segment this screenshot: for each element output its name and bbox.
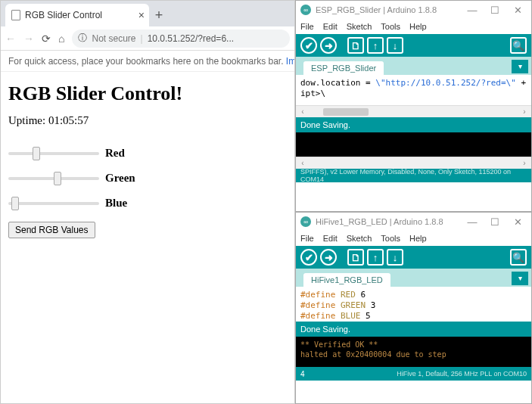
close-tab-icon[interactable]: × bbox=[138, 9, 145, 21]
code-editor[interactable]: dow.location = \"http://10.0.51.252/?red… bbox=[296, 75, 531, 105]
scroll-right-icon[interactable]: › bbox=[519, 107, 530, 116]
board-info: HiFive 1, Default, 256 MHz PLL on COM10 bbox=[397, 370, 527, 378]
new-icon[interactable]: 🗋 bbox=[347, 37, 364, 54]
title-bar[interactable]: ∞ HiFive1_RGB_LED | Arduino 1.8.8 — ☐ ✕ bbox=[296, 213, 531, 231]
tab-menu-icon[interactable]: ▾ bbox=[512, 60, 528, 73]
maximize-icon[interactable]: ☐ bbox=[486, 216, 504, 228]
arduino-window-esp: ∞ ESP_RGB_Slider | Arduino 1.8.8 — ☐ ✕ F… bbox=[295, 0, 532, 212]
bookmark-bar: For quick access, place your bookmarks h… bbox=[1, 51, 294, 72]
tab-title: RGB Slider Control bbox=[25, 10, 102, 20]
uptime-value: 01:05:57 bbox=[48, 114, 89, 126]
security-label: Not secure bbox=[92, 33, 135, 44]
status-text: Done Saving. bbox=[300, 325, 350, 334]
info-icon[interactable]: ⓘ bbox=[78, 32, 87, 45]
sketch-tab[interactable]: ESP_RGB_Slider bbox=[303, 61, 384, 75]
browser-tab[interactable]: RGB Slider Control × bbox=[5, 4, 149, 26]
sketch-tab-bar: HiFive1_RGB_LED ▾ bbox=[296, 269, 531, 287]
send-button[interactable]: Send RGB Values bbox=[8, 222, 95, 238]
sketch-tab[interactable]: HiFive1_RGB_LED bbox=[303, 273, 390, 287]
open-icon[interactable]: ↑ bbox=[367, 249, 384, 266]
red-slider[interactable] bbox=[8, 152, 99, 155]
divider: | bbox=[141, 33, 143, 44]
sketch-tab-bar: ESP_RGB_Slider ▾ bbox=[296, 57, 531, 75]
verify-icon[interactable]: ✔ bbox=[300, 37, 317, 54]
menu-sketch[interactable]: Sketch bbox=[347, 234, 372, 243]
page-heading: RGB Slider Control! bbox=[8, 82, 287, 105]
menu-tools[interactable]: Tools bbox=[381, 234, 400, 243]
toolbar: ✔ ➜ 🗋 ↑ ↓ 🔍 bbox=[296, 34, 531, 57]
slider-row-blue: Blue bbox=[8, 197, 287, 210]
verify-icon[interactable]: ✔ bbox=[300, 249, 317, 266]
uptime-display: Uptime: 01:05:57 bbox=[8, 114, 287, 127]
horizontal-scrollbar[interactable]: ‹ › bbox=[296, 105, 531, 117]
arduino-logo-icon: ∞ bbox=[300, 216, 311, 227]
address-bar: ← → ⟳ ⌂ ⓘ Not secure | 10.0.51.252/?red=… bbox=[1, 26, 294, 51]
menu-help[interactable]: Help bbox=[409, 22, 427, 31]
upload-icon[interactable]: ➜ bbox=[320, 249, 337, 266]
uptime-label: Uptime: bbox=[8, 114, 45, 126]
board-info-bar: SPIFFS), v2 Lower Memory, Disabled, None… bbox=[296, 169, 531, 182]
menu-edit[interactable]: Edit bbox=[323, 22, 338, 31]
tab-bar: RGB Slider Control × + bbox=[1, 1, 294, 26]
back-icon[interactable]: ← bbox=[5, 33, 16, 45]
page-favicon-icon bbox=[11, 10, 20, 20]
board-info: SPIFFS), v2 Lower Memory, Disabled, None… bbox=[300, 168, 527, 183]
console[interactable]: ** Verified OK ** halted at 0x20400004 d… bbox=[296, 337, 531, 367]
menu-bar: File Edit Sketch Tools Help bbox=[296, 19, 531, 34]
arduino-logo-icon: ∞ bbox=[300, 5, 311, 15]
blue-label: Blue bbox=[105, 197, 127, 210]
console-line: halted at 0x20400004 due to step bbox=[300, 350, 446, 359]
menu-help[interactable]: Help bbox=[409, 234, 427, 243]
page-content: RGB Slider Control! Uptime: 01:05:57 Red… bbox=[1, 72, 294, 244]
serial-monitor-icon[interactable]: 🔍 bbox=[510, 249, 527, 266]
home-icon[interactable]: ⌂ bbox=[58, 33, 64, 45]
url-input[interactable]: ⓘ Not secure | 10.0.51.252/?red=6... bbox=[72, 30, 290, 48]
new-tab-button[interactable]: + bbox=[149, 4, 169, 26]
upload-icon[interactable]: ➜ bbox=[320, 37, 337, 54]
save-icon[interactable]: ↓ bbox=[387, 37, 403, 54]
console-scrollbar[interactable]: ‹ › bbox=[296, 157, 531, 169]
menu-file[interactable]: File bbox=[300, 234, 314, 243]
menu-tools[interactable]: Tools bbox=[381, 22, 400, 31]
window-title: ESP_RGB_Slider | Arduino 1.8.8 bbox=[316, 5, 437, 14]
console[interactable] bbox=[296, 132, 531, 157]
menu-edit[interactable]: Edit bbox=[323, 234, 338, 243]
line-number: 4 bbox=[300, 370, 305, 378]
blue-slider[interactable] bbox=[8, 202, 99, 205]
scroll-right-icon[interactable]: › bbox=[519, 159, 530, 167]
serial-monitor-icon[interactable]: 🔍 bbox=[510, 37, 527, 54]
slider-row-green: Green bbox=[8, 172, 287, 185]
close-icon[interactable]: ✕ bbox=[509, 5, 527, 16]
menu-bar: File Edit Sketch Tools Help bbox=[296, 231, 531, 246]
maximize-icon[interactable]: ☐ bbox=[486, 5, 504, 16]
scroll-left-icon[interactable]: ‹ bbox=[297, 159, 308, 167]
window-title: HiFive1_RGB_LED | Arduino 1.8.8 bbox=[316, 217, 443, 226]
code-editor[interactable]: #define RED 6 #define GREEN 3 #define BL… bbox=[296, 287, 531, 322]
minimize-icon[interactable]: — bbox=[463, 216, 481, 228]
minimize-icon[interactable]: — bbox=[463, 5, 481, 16]
green-label: Green bbox=[105, 172, 135, 185]
console-line: ** Verified OK ** bbox=[300, 340, 378, 349]
tab-menu-icon[interactable]: ▾ bbox=[512, 272, 528, 285]
browser-window: RGB Slider Control × + ← → ⟳ ⌂ ⓘ Not sec… bbox=[0, 0, 295, 404]
bookmark-hint: For quick access, place your bookmarks h… bbox=[8, 56, 284, 67]
title-bar[interactable]: ∞ ESP_RGB_Slider | Arduino 1.8.8 — ☐ ✕ bbox=[296, 1, 531, 19]
menu-sketch[interactable]: Sketch bbox=[347, 22, 372, 31]
url-text: 10.0.51.252/?red=6... bbox=[148, 33, 234, 44]
forward-icon: → bbox=[23, 33, 34, 45]
red-label: Red bbox=[105, 147, 125, 160]
open-icon[interactable]: ↑ bbox=[367, 37, 384, 54]
slider-row-red: Red bbox=[8, 147, 287, 160]
menu-file[interactable]: File bbox=[300, 22, 314, 31]
save-icon[interactable]: ↓ bbox=[387, 249, 403, 266]
close-icon[interactable]: ✕ bbox=[509, 216, 527, 228]
arduino-window-hifive: ∞ HiFive1_RGB_LED | Arduino 1.8.8 — ☐ ✕ … bbox=[295, 212, 532, 404]
reload-icon[interactable]: ⟳ bbox=[42, 33, 51, 45]
scroll-thumb[interactable] bbox=[323, 108, 369, 116]
green-slider[interactable] bbox=[8, 177, 99, 180]
scroll-left-icon[interactable]: ‹ bbox=[297, 107, 308, 116]
import-link[interactable]: Imp bbox=[286, 56, 294, 67]
status-text: Done Saving. bbox=[300, 120, 350, 129]
new-icon[interactable]: 🗋 bbox=[347, 249, 364, 266]
toolbar: ✔ ➜ 🗋 ↑ ↓ 🔍 bbox=[296, 246, 531, 269]
